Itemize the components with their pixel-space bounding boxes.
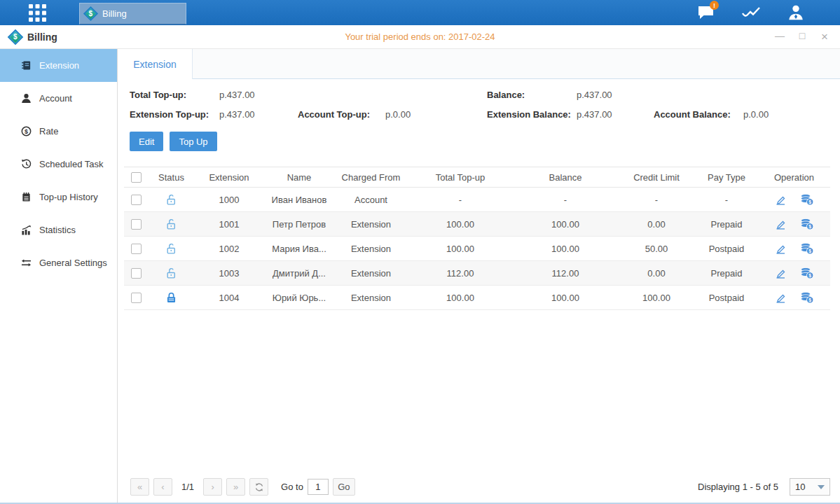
svg-text:$: $: [809, 298, 812, 303]
top-up-coins-icon[interactable]: $: [800, 291, 814, 304]
billing-dollar-icon: $: [83, 6, 98, 21]
window-title: Billing: [27, 31, 57, 43]
row-checkbox[interactable]: [131, 219, 142, 230]
notifications-chat-icon[interactable]: !: [696, 4, 717, 22]
svg-text:$: $: [809, 273, 812, 279]
balance-value: p.437.00: [577, 90, 654, 100]
clock-history-icon: [21, 159, 32, 169]
cell-pay-type: Prepaid: [695, 261, 758, 286]
account-balance-label: Account Balance:: [654, 109, 743, 120]
user-account-icon[interactable]: [785, 4, 806, 22]
svg-text:$: $: [25, 128, 28, 135]
cell-total-topup: -: [408, 188, 513, 212]
row-checkbox[interactable]: [131, 293, 142, 303]
cell-credit-limit: 100.00: [618, 286, 695, 310]
col-name: Name: [264, 167, 334, 188]
cell-charged-from: Extension: [334, 286, 408, 310]
sidebar-item-topup-history[interactable]: Top-up History: [0, 181, 117, 214]
goto-page-input[interactable]: [308, 479, 329, 495]
statistics-chart-icon[interactable]: [741, 4, 762, 22]
top-up-button[interactable]: Top Up: [170, 132, 216, 151]
sidebar-item-rate[interactable]: $ Rate: [0, 115, 117, 148]
sidebar-item-scheduled-task[interactable]: Scheduled Task: [0, 148, 117, 181]
cell-total-topup: 112.00: [408, 261, 513, 286]
notepad-icon: [21, 192, 32, 202]
taskbar-tab-billing[interactable]: $ Billing: [79, 3, 186, 24]
displaying-info: Displaying 1 - 5 of 5: [698, 482, 778, 492]
top-up-coins-icon[interactable]: $: [800, 267, 814, 279]
cell-name: Петр Петров: [264, 212, 334, 237]
select-all-checkbox[interactable]: [131, 172, 142, 183]
top-up-coins-icon[interactable]: $: [800, 218, 814, 230]
cell-total-topup: 100.00: [408, 237, 513, 261]
table-row: 1002 Мария Ива... Extension 100.00 100.0…: [124, 237, 830, 261]
last-page-button[interactable]: »: [226, 478, 245, 496]
notification-badge: !: [710, 1, 719, 10]
minimize-button[interactable]: —: [774, 30, 785, 44]
lock-open-icon: [165, 243, 177, 255]
table-row: 1004 Юрий Юрь... Extension 100.00 100.00…: [124, 286, 830, 310]
svg-text:$: $: [809, 224, 812, 230]
go-button[interactable]: Go: [333, 478, 355, 496]
col-pay-type: Pay Type: [695, 167, 758, 188]
account-topup-label: Account Top-up:: [298, 109, 385, 120]
cell-credit-limit: 50.00: [618, 237, 695, 261]
balance-summary: Total Top-up: p.437.00 Balance: p.437.00…: [118, 79, 840, 120]
lock-open-icon: [165, 194, 177, 206]
cell-charged-from: Account: [334, 188, 408, 212]
total-topup-value: p.437.00: [219, 90, 298, 100]
chevron-down-icon: [818, 485, 825, 489]
sidebar-item-account[interactable]: Account: [0, 82, 117, 115]
col-operation: Operation: [758, 167, 830, 188]
cell-pay-type: Postpaid: [695, 286, 758, 310]
sidebar-item-label: Top-up History: [39, 192, 98, 202]
app-launcher-grid-icon[interactable]: [23, 4, 51, 22]
refresh-icon: [254, 482, 264, 492]
sidebar-item-general-settings[interactable]: General Settings: [0, 246, 117, 279]
edit-pencil-icon[interactable]: [774, 193, 787, 206]
account-balance-value: p.0.00: [743, 109, 840, 120]
top-up-coins-icon[interactable]: $: [800, 242, 814, 255]
row-checkbox[interactable]: [131, 195, 142, 205]
tab-label: Extension: [133, 59, 176, 70]
cell-extension: 1000: [194, 188, 264, 212]
sidebar-item-extension[interactable]: Extension: [0, 49, 117, 82]
pagination-bar: « ‹ 1/1 › » Go to Go Displaying 1 - 5 of…: [130, 478, 830, 496]
dollar-circle-icon: $: [21, 126, 32, 136]
edit-pencil-icon[interactable]: [774, 218, 787, 230]
sidebar-item-statistics[interactable]: Statistics: [0, 214, 117, 246]
cell-extension: 1002: [194, 237, 264, 261]
cell-balance: -: [513, 188, 618, 212]
taskbar-tab-label: Billing: [102, 8, 127, 19]
cell-pay-type: Postpaid: [695, 237, 758, 261]
cell-balance: 100.00: [513, 212, 618, 237]
table-row: 1003 Дмитрий Д... Extension 112.00 112.0…: [124, 261, 830, 286]
edit-pencil-icon[interactable]: [774, 267, 787, 279]
balance-label: Balance:: [487, 90, 577, 100]
edit-pencil-icon[interactable]: [774, 291, 787, 304]
top-up-coins-icon[interactable]: $: [800, 193, 814, 206]
refresh-button[interactable]: [249, 478, 268, 496]
row-checkbox[interactable]: [131, 268, 142, 279]
cell-total-topup: 100.00: [408, 286, 513, 310]
edit-pencil-icon[interactable]: [774, 242, 787, 255]
page-size-select[interactable]: 10: [790, 478, 830, 496]
cell-credit-limit: -: [618, 188, 695, 212]
tab-extension[interactable]: Extension: [118, 49, 193, 79]
row-checkbox[interactable]: [131, 244, 142, 254]
edit-button[interactable]: Edit: [130, 132, 163, 151]
maximize-button[interactable]: □: [797, 30, 808, 44]
first-page-button[interactable]: «: [130, 478, 149, 496]
next-page-button[interactable]: ›: [203, 478, 222, 496]
cell-name: Иван Иванов: [264, 188, 334, 212]
sidebar-item-label: Scheduled Task: [39, 159, 104, 169]
close-button[interactable]: ×: [819, 30, 830, 44]
cell-name: Юрий Юрь...: [264, 286, 334, 310]
cell-name: Мария Ива...: [264, 237, 334, 261]
ledger-icon: [21, 60, 32, 71]
person-icon: [21, 93, 32, 104]
extension-balance-label: Extension Balance:: [487, 109, 577, 120]
tab-strip: Extension: [118, 49, 840, 79]
cell-pay-type: -: [695, 188, 758, 212]
prev-page-button[interactable]: ‹: [153, 478, 172, 496]
